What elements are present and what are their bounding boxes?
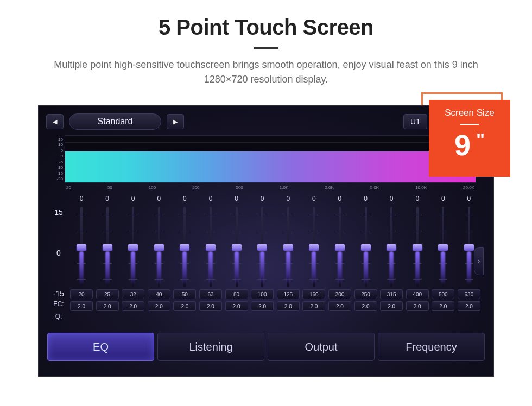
band-value: 0 [338,195,342,205]
slider-knob[interactable] [76,244,87,251]
band-slider[interactable] [282,207,294,287]
band-fc-chip[interactable]: 160 [302,289,325,299]
band-slider[interactable] [437,207,449,287]
band-q-chip[interactable]: 2.0 [380,301,403,311]
band-fc-chip[interactable]: 50 [173,289,196,299]
band-fc-chip[interactable]: 500 [432,289,454,299]
band-slider[interactable] [334,207,346,287]
xtick: 20 [66,185,71,190]
band-q-chip[interactable]: 2.0 [173,301,196,311]
ytick: -10 [49,165,63,170]
band-slider[interactable] [127,207,139,287]
preset-bar: ◀ Standard ▶ U1 U2 U3 [46,113,486,130]
band-slider[interactable] [360,207,372,287]
q-row-label: Q: [49,313,68,320]
slider-knob[interactable] [231,244,242,251]
band-q-chip[interactable]: 2.0 [354,301,377,311]
band-fc-chip[interactable]: 100 [251,289,274,299]
slider-knob[interactable] [102,244,113,251]
band-slider[interactable] [256,207,268,287]
slider-knob[interactable] [360,244,371,251]
band-slider[interactable] [153,207,165,287]
slider-knob[interactable] [283,244,294,251]
xtick: 20.0K [463,185,474,190]
xtick: 2.0K [325,185,333,190]
band-slider[interactable] [463,207,475,287]
band-fc-chip[interactable]: 40 [148,289,170,299]
band-fc-chip[interactable]: 630 [458,289,480,299]
band-fc-chip[interactable]: 400 [406,289,429,299]
slider-knob[interactable] [179,244,190,251]
badge-value: 9 [454,130,471,160]
band-fc-chip[interactable]: 315 [380,289,403,299]
user-preset-1-button[interactable]: U1 [403,114,427,129]
eq-band-14: 05002.0 [430,195,455,327]
slider-knob[interactable] [128,244,138,251]
page-title: 5 Point Touch Screen [0,15,532,40]
slider-knob[interactable] [386,244,397,251]
band-q-chip[interactable]: 2.0 [277,301,300,311]
band-slider[interactable] [231,207,243,287]
head-unit-screen: ◀ Standard ▶ U1 U2 U3 15 10 5 0 -5 -10 -… [38,105,494,377]
band-value: 0 [157,195,161,205]
band-q-chip[interactable]: 2.0 [148,301,170,311]
eq-band-8: 01252.0 [276,195,301,327]
ytick: 0 [49,154,63,158]
band-value: 0 [390,195,394,205]
slider-knob[interactable] [412,244,423,251]
band-slider[interactable] [308,207,320,287]
band-q-chip[interactable]: 2.0 [432,301,454,311]
band-fc-chip[interactable]: 32 [122,289,144,299]
band-q-chip[interactable]: 2.0 [458,301,480,311]
badge-unit: " [476,130,485,149]
band-q-chip[interactable]: 2.0 [328,301,351,311]
preset-chip[interactable]: Standard [69,113,161,130]
band-fc-chip[interactable]: 25 [96,289,119,299]
tab-output[interactable]: Output [268,333,375,361]
band-q-chip[interactable]: 2.0 [70,301,93,311]
band-fc-chip[interactable]: 125 [277,289,300,299]
band-q-chip[interactable]: 2.0 [199,301,222,311]
band-fc-chip[interactable]: 80 [225,289,248,299]
ytick: 10 [49,142,63,147]
bottom-tabs: EQListeningOutputFrequency [47,333,485,361]
band-q-chip[interactable]: 2.0 [251,301,274,311]
tab-listening[interactable]: Listening [157,333,264,361]
band-q-chip[interactable]: 2.0 [302,301,325,311]
slider-knob[interactable] [438,244,448,251]
band-q-chip[interactable]: 2.0 [96,301,119,311]
preset-next-button[interactable]: ▶ [167,114,184,129]
ytick: -15 [49,171,63,176]
spectrum-x-axis: 20 50 100 200 500 1.0K 2.0K 5.0K 10.0K 2… [65,185,476,190]
band-slider[interactable] [411,207,423,287]
slider-knob[interactable] [257,244,268,251]
band-fc-chip[interactable]: 200 [328,289,351,299]
tab-eq[interactable]: EQ [47,333,154,361]
band-slider[interactable] [205,207,217,287]
eq-band-13: 04002.0 [405,195,430,327]
band-slider[interactable] [75,207,87,287]
band-q-chip[interactable]: 2.0 [406,301,429,311]
spectrum-fill [65,151,476,182]
tab-frequency[interactable]: Frequency [378,333,485,361]
slider-knob[interactable] [154,244,164,251]
slider-knob[interactable] [334,244,345,251]
sliders-scroll-right-button[interactable]: › [474,247,484,275]
preset-prev-button[interactable]: ◀ [46,114,64,129]
band-slider[interactable] [179,207,191,287]
scale-mid: 0 [49,249,68,257]
band-slider[interactable] [385,207,397,287]
eq-band-6: 0802.0 [224,195,249,327]
band-q-chip[interactable]: 2.0 [122,301,144,311]
band-slider[interactable] [102,207,113,287]
slider-knob[interactable] [464,244,474,251]
band-fc-chip[interactable]: 20 [70,289,93,299]
fc-row-label: FC: [49,300,68,308]
eq-band-1: 0252.0 [95,195,120,327]
xtick: 100 [149,185,156,190]
band-fc-chip[interactable]: 250 [354,289,377,299]
band-fc-chip[interactable]: 63 [199,289,222,299]
slider-knob[interactable] [308,244,319,251]
slider-knob[interactable] [205,244,216,251]
band-q-chip[interactable]: 2.0 [225,301,248,311]
